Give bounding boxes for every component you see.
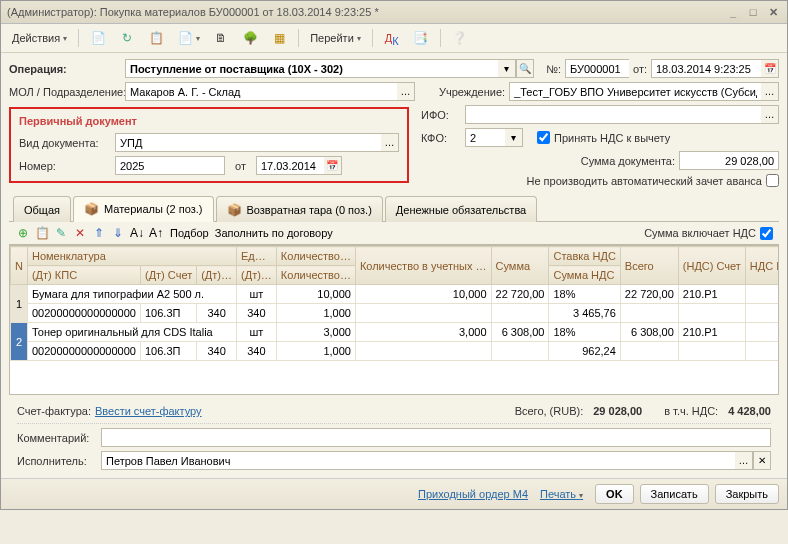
executor-label: Исполнитель: (17, 455, 97, 467)
toolbar-refresh-icon[interactable]: ↻ (114, 27, 140, 49)
doc-number-label: Номер: (19, 160, 111, 172)
tab-returnable[interactable]: 📦Возвратная тара (0 поз.) (216, 196, 383, 222)
table-row[interactable]: 1 Бумага для типографии А2 500 л. шт 10,… (11, 285, 780, 304)
from-label: от: (633, 63, 647, 75)
print-menu[interactable]: Печать ▾ (540, 488, 583, 500)
tab-general[interactable]: Общая (13, 196, 71, 222)
add-row-icon[interactable]: ⊕ (15, 225, 31, 241)
date-calendar-icon[interactable]: 📅 (761, 59, 779, 78)
col-qty2[interactable]: Количество… (276, 266, 355, 285)
table-row[interactable]: 2 Тонер оригинальный для CDS Italia шт 3… (11, 323, 780, 342)
operation-input[interactable] (125, 59, 498, 78)
toolbar-sheet-icon[interactable]: 📑 (408, 27, 434, 49)
executor-input[interactable] (101, 451, 735, 470)
toolbar-dk-icon[interactable]: ДК (379, 27, 405, 49)
col-dt2[interactable]: (Дт)… (237, 266, 277, 285)
window-titlebar: (Администратор): Покупка материалов БУ00… (1, 1, 787, 24)
comment-label: Комментарий: (17, 432, 97, 444)
ifo-label: ИФО: (421, 109, 461, 121)
doc-date-input[interactable] (256, 156, 324, 175)
vat-deduct-checkbox[interactable] (537, 131, 550, 144)
mol-ellipsis[interactable]: … (397, 82, 415, 101)
fill-contract-button[interactable]: Заполнить по договору (215, 227, 333, 239)
operation-label: Операция: (9, 63, 121, 75)
number-input[interactable] (565, 59, 629, 78)
col-qty-acc[interactable]: Количество в учетных … (355, 247, 491, 285)
col-vat-rate[interactable]: Ставка НДС (549, 247, 620, 266)
vat-value: 4 428,00 (728, 405, 771, 417)
tabs: Общая 📦Материалы (2 поз.) 📦Возвратная та… (9, 195, 779, 222)
receipt-order-link[interactable]: Приходный ордер М4 (418, 488, 528, 500)
maximize-button[interactable]: □ (745, 5, 761, 19)
toolbar-open-icon[interactable]: 📄 (85, 27, 111, 49)
executor-clear-icon[interactable]: ✕ (753, 451, 771, 470)
col-dt-acc[interactable]: (Дт) Счет (140, 266, 196, 285)
toolbar-doc2-icon[interactable]: 🗎 (208, 27, 234, 49)
add-copy-icon[interactable]: 📋 (34, 225, 50, 241)
col-vat-acc[interactable]: (НДС) Счет (678, 247, 745, 285)
move-down-icon[interactable]: ⇓ (110, 225, 126, 241)
close-form-button[interactable]: Закрыть (715, 484, 779, 504)
operation-search[interactable]: 🔍 (516, 59, 534, 78)
mol-input[interactable] (125, 82, 397, 101)
save-button[interactable]: Записать (640, 484, 709, 504)
col-vat-kek[interactable]: НДС КЭК (745, 247, 779, 285)
delete-row-icon[interactable]: ✕ (72, 225, 88, 241)
tab-obligations[interactable]: Денежные обязательства (385, 196, 537, 222)
materials-table[interactable]: N Номенклатура Ед… Количество… Количеств… (9, 245, 779, 395)
sum-input[interactable] (679, 151, 779, 170)
invoice-link[interactable]: Ввести счет-фактуру (95, 405, 202, 417)
toolbar-struct-icon[interactable]: ▦ (266, 27, 292, 49)
toolbar-doc1-icon[interactable]: 📄▾ (172, 27, 205, 49)
toolbar-tree-icon[interactable]: 🌳 (237, 27, 263, 49)
doc-date-calendar-icon[interactable]: 📅 (324, 156, 342, 175)
close-button[interactable]: ✕ (765, 5, 781, 19)
col-sum[interactable]: Сумма (491, 247, 549, 285)
doc-type-ellipsis[interactable]: … (381, 133, 399, 152)
col-vat-sum[interactable]: Сумма НДС (549, 266, 620, 285)
minimize-button[interactable]: _ (725, 5, 741, 19)
col-qty[interactable]: Количество… (276, 247, 355, 266)
operation-dropdown[interactable]: ▾ (498, 59, 516, 78)
toolbar-help-icon[interactable]: ❔ (447, 27, 473, 49)
main-toolbar: Действия ▾ 📄 ↻ 📋 📄▾ 🗎 🌳 ▦ Перейти ▾ ДК 📑… (1, 24, 787, 53)
comment-input[interactable] (101, 428, 771, 447)
col-dt-kps[interactable]: (Дт) КПС (27, 266, 140, 285)
col-n[interactable]: N (11, 247, 28, 285)
goto-menu[interactable]: Перейти ▾ (305, 29, 366, 47)
number-label: №: (546, 63, 561, 75)
sum-label: Сумма документа: (581, 155, 675, 167)
toolbar-copy-icon[interactable]: 📋 (143, 27, 169, 49)
sort-asc-icon[interactable]: A↓ (129, 225, 145, 241)
no-auto-offset-checkbox[interactable] (766, 174, 779, 187)
table-row[interactable]: 00200000000000000 106.3П 340 340 1,000 3… (11, 304, 780, 323)
executor-ellipsis[interactable]: … (735, 451, 753, 470)
sum-includes-vat-label: Сумма включает НДС (644, 227, 756, 239)
ifo-input[interactable] (465, 105, 761, 124)
kfo-label: КФО: (421, 132, 461, 144)
sum-includes-vat-checkbox[interactable] (760, 227, 773, 240)
actions-menu[interactable]: Действия ▾ (7, 29, 72, 47)
col-total[interactable]: Всего (620, 247, 678, 285)
doc-number-input[interactable] (115, 156, 225, 175)
institution-ellipsis[interactable]: … (761, 82, 779, 101)
tab-toolbar: ⊕ 📋 ✎ ✕ ⇑ ⇓ A↓ A↑ Подбор Заполнить по до… (9, 222, 779, 245)
package-icon: 📦 (84, 201, 100, 217)
date-input[interactable] (651, 59, 761, 78)
ifo-ellipsis[interactable]: … (761, 105, 779, 124)
tab-materials[interactable]: 📦Материалы (2 поз.) (73, 196, 214, 222)
institution-input[interactable] (509, 82, 761, 101)
edit-row-icon[interactable]: ✎ (53, 225, 69, 241)
sort-desc-icon[interactable]: A↑ (148, 225, 164, 241)
selection-button[interactable]: Подбор (170, 227, 209, 239)
move-up-icon[interactable]: ⇑ (91, 225, 107, 241)
col-nomenclature[interactable]: Номенклатура (27, 247, 236, 266)
kfo-input[interactable] (465, 128, 505, 147)
table-row[interactable]: 00200000000000000 106.3П 340 340 1,000 9… (11, 342, 780, 361)
ok-button[interactable]: OK (595, 484, 634, 504)
box-icon: 📦 (227, 202, 243, 218)
col-dt[interactable]: (Дт)… (197, 266, 237, 285)
kfo-dropdown[interactable]: ▾ (505, 128, 523, 147)
col-unit[interactable]: Ед… (237, 247, 277, 266)
doc-type-input[interactable] (115, 133, 381, 152)
